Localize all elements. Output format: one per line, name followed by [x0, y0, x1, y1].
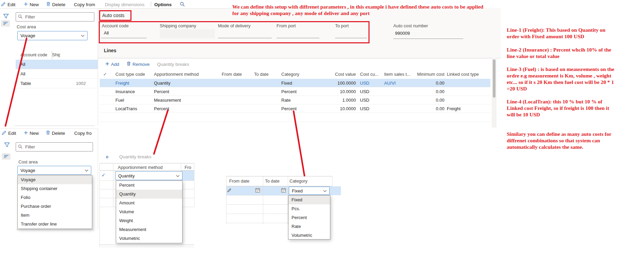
copy-from-button[interactable]: Copy from	[74, 1, 95, 8]
column-header[interactable]: Fro	[185, 165, 194, 170]
dropdown-option[interactable]: Pcs.	[288, 204, 330, 213]
pencil-icon	[1, 2, 6, 8]
dropdown-option[interactable]: Shipping container	[18, 184, 92, 193]
column-header[interactable]: From date	[229, 178, 249, 184]
delete-button[interactable]: Delete	[46, 1, 65, 8]
apportionment-combobox[interactable]: Quantity	[115, 171, 183, 180]
add-line-button[interactable]: Add	[105, 61, 119, 68]
popup1-right-border	[194, 163, 194, 207]
auto-cost-number-field[interactable]: 990009	[395, 31, 410, 36]
list-header-row: Account code Ship	[16, 50, 98, 60]
dropdown-option[interactable]: Quantity	[116, 190, 182, 199]
remove-line-button[interactable]: Remove	[127, 61, 150, 68]
list-row[interactable]: Table 1002	[16, 79, 98, 88]
dropdown-option[interactable]: Volumetric	[116, 234, 182, 243]
sort-list-icon[interactable]	[2, 153, 11, 160]
filter-box[interactable]	[16, 142, 93, 151]
column-header[interactable]: Linked cost type	[447, 70, 479, 79]
column-header[interactable]: Cost type code	[115, 70, 145, 79]
filter-input[interactable]	[25, 144, 91, 150]
column-header[interactable]: Item sales t...	[384, 70, 410, 79]
panel1-right-border	[98, 8, 98, 126]
table-row[interactable]: Freight Quantity Fixed 100.0000 USD AU/V…	[100, 79, 490, 87]
sort-list-icon[interactable]	[1, 20, 10, 27]
column-header[interactable]: Apportionment method	[118, 165, 163, 170]
calendar-icon[interactable]	[281, 188, 286, 194]
grid-header-row: ✓ Cost type code Apportionment method Fr…	[100, 70, 490, 79]
column-header[interactable]: Minimum cost	[417, 70, 444, 79]
dropdown-option[interactable]: Amount	[116, 199, 182, 207]
list-row[interactable]: All	[16, 60, 98, 69]
cost-value-cell: 1.0000	[342, 96, 356, 104]
currency-cell[interactable]: USD	[360, 96, 369, 104]
row-check-icon: ✓	[101, 172, 106, 178]
column-header[interactable]: Apportionment method	[154, 70, 199, 79]
cost-type-code-cell[interactable]: LocalTrans	[115, 104, 137, 113]
dropdown-option[interactable]: Weight	[116, 216, 182, 225]
column-header[interactable]: Category	[281, 70, 299, 79]
dropdown-option[interactable]: Transfer order line	[18, 220, 92, 229]
options-button[interactable]: Options	[154, 1, 172, 8]
filter-input[interactable]	[25, 14, 92, 20]
minimum-cost-cell: 0.00	[436, 96, 444, 104]
table-row[interactable]: Insurance Percent Percent 10.0000 USD 0.…	[100, 87, 490, 96]
column-header[interactable]: Ship	[52, 50, 60, 60]
dropdown-option[interactable]: Rate	[288, 222, 330, 231]
column-header[interactable]: To date	[265, 178, 280, 184]
select-all-icon[interactable]: ✓	[103, 70, 107, 79]
dropdown-option[interactable]: Volumetric	[288, 231, 330, 240]
popup2-row-line	[226, 195, 288, 196]
column-header[interactable]: To date	[254, 70, 269, 79]
filter-pane-icon[interactable]	[3, 14, 9, 20]
cost-value-cell: 10.0000	[340, 104, 356, 113]
new-button[interactable]: New	[24, 130, 39, 136]
column-header[interactable]: Cost value	[335, 70, 356, 79]
column-header[interactable]: From date	[222, 70, 242, 79]
search-icon[interactable]	[180, 2, 185, 8]
delete-button[interactable]: Delete	[46, 130, 65, 136]
filter-box[interactable]	[16, 12, 94, 21]
ship-cell: 1002	[76, 79, 86, 88]
edit-button[interactable]: Edit	[2, 130, 16, 136]
cost-area-combobox[interactable]: Voyage	[17, 31, 88, 40]
cost-type-code-cell[interactable]: Insurance	[115, 87, 135, 96]
dropdown-option[interactable]: Measurement	[116, 225, 182, 234]
currency-cell[interactable]: USD	[360, 79, 369, 87]
plus-icon	[24, 131, 28, 136]
item-sales-cell[interactable]: AU/VI	[384, 79, 396, 87]
chevron-down-icon	[176, 173, 180, 178]
new-button[interactable]: New	[24, 1, 39, 8]
cost-area-combobox[interactable]: Voyage	[17, 166, 91, 175]
copy-from-label: Copy from	[74, 2, 95, 7]
cost-type-code-cell[interactable]: Fuel	[115, 96, 124, 104]
dropdown-option[interactable]: Percent	[288, 213, 330, 222]
column-header[interactable]: Cost cu...	[360, 70, 379, 79]
table-row[interactable]: Fuel Measurement Rate 1.0000 USD 0.00	[100, 96, 490, 104]
dropdown-option[interactable]: Item	[18, 211, 92, 220]
currency-cell[interactable]: USD	[360, 87, 369, 96]
currency-cell[interactable]: USD	[360, 104, 369, 113]
dropdown-option[interactable]: Fixed	[288, 196, 330, 204]
dropdown-option[interactable]: Percent	[116, 181, 182, 190]
annotation-line3-note: Line-3 (Fuel) : is based on meausrements…	[507, 66, 643, 92]
cost-type-code-cell[interactable]: Freight	[115, 79, 129, 87]
list-row[interactable]: All	[16, 69, 98, 79]
vertical-scrollbar[interactable]	[492, 58, 497, 128]
plus-icon	[24, 2, 28, 7]
edit-button[interactable]: Edit	[1, 1, 15, 8]
calendar-icon[interactable]	[255, 188, 260, 194]
dropdown-option[interactable]: Volume	[116, 207, 182, 216]
filter-pane-icon[interactable]	[4, 142, 10, 149]
column-header[interactable]: Category	[289, 178, 308, 184]
column-header[interactable]: Account code	[20, 50, 47, 60]
dropdown-option[interactable]: Purchase order	[18, 202, 92, 211]
copy-from-button[interactable]: Copy fro	[74, 130, 92, 136]
dropdown-option[interactable]: Folio	[18, 193, 92, 202]
cost-area-label: Cost area	[18, 159, 37, 164]
delete-label: Delete	[52, 131, 65, 136]
scrollbar-thumb[interactable]	[493, 59, 496, 98]
table-row[interactable]: LocalTrans Percent Percent 10.0000 USD 0…	[100, 104, 490, 113]
dropdown-option[interactable]: Voyage	[18, 175, 92, 184]
popup1-row-line	[183, 180, 194, 181]
category-combobox[interactable]: Fixed	[289, 187, 330, 195]
